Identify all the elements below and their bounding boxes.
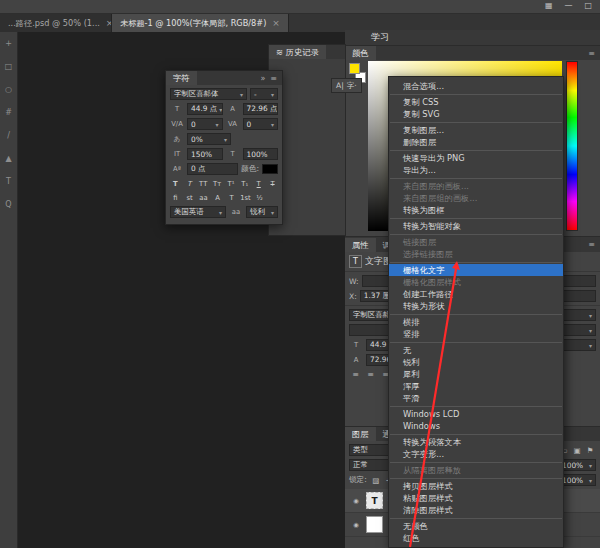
menu-item-20[interactable]: 栅格化文字: [389, 264, 563, 276]
zoom-tool-icon[interactable]: Q: [5, 201, 11, 209]
leading-input[interactable]: 72.96 点: [243, 103, 279, 115]
kerning-input[interactable]: 0: [187, 118, 223, 130]
oldstyle-button[interactable]: T: [226, 192, 237, 203]
move-tool-icon[interactable]: +: [5, 40, 12, 48]
strikethrough-button[interactable]: T: [267, 178, 278, 189]
crop-tool-icon[interactable]: #: [5, 109, 12, 117]
menu-item-43[interactable]: 粘贴图层样式: [389, 492, 563, 504]
stylistic-alt-button[interactable]: aa: [198, 192, 209, 203]
ligatures-button[interactable]: fi: [170, 192, 181, 203]
tracking-input[interactable]: 0: [243, 118, 279, 130]
ordinals-button[interactable]: 1st: [240, 192, 251, 203]
document-tab-inactive[interactable]: ...路径.psd @ 50% (1... ×: [0, 14, 112, 32]
eyedropper-tool-icon[interactable]: /: [7, 132, 10, 140]
menu-item-32[interactable]: 平滑: [389, 392, 563, 404]
menu-item-38[interactable]: 文字变形...: [389, 448, 563, 460]
foreground-color-swatch[interactable]: [349, 63, 360, 74]
kerning-icon: V/A: [170, 120, 184, 128]
menu-item-9[interactable]: 导出为...: [389, 164, 563, 176]
menu-item-22[interactable]: 创建工作路径: [389, 288, 563, 300]
history-tab-label: 历史记录: [286, 47, 319, 57]
vertical-scale-input[interactable]: 150%: [187, 148, 223, 160]
tab-properties[interactable]: 属性: [345, 238, 376, 252]
all-caps-button[interactable]: TT: [198, 178, 209, 189]
subscript-button[interactable]: T₁: [239, 178, 250, 189]
menu-item-35[interactable]: Windows: [389, 420, 563, 432]
opacity-value: 100%: [562, 461, 583, 470]
menu-item-34[interactable]: Windows LCD: [389, 408, 563, 420]
align-left-icon[interactable]: ≡: [349, 370, 362, 379]
menu-item-3[interactable]: 复制 SVG: [389, 108, 563, 120]
antialias-select[interactable]: 锐利: [246, 206, 278, 218]
grid-icon[interactable]: ▦: [545, 1, 553, 10]
character-row-font: 字制区喜郝体 -: [170, 88, 278, 100]
menu-item-5[interactable]: 复制图层...: [389, 124, 563, 136]
tab-layers[interactable]: 图层: [345, 427, 376, 441]
collapsed-character-panel-button[interactable]: A| 字·: [331, 78, 362, 93]
marquee-tool-icon[interactable]: □: [5, 63, 13, 71]
character-row-scale: IT 150% T 100%: [170, 148, 278, 160]
menu-item-0[interactable]: 混合选项...: [389, 80, 563, 92]
menu-item-46[interactable]: 无颜色: [389, 520, 563, 532]
font-size-icon: T: [170, 105, 184, 113]
menu-item-26[interactable]: 竖排: [389, 328, 563, 340]
filter-flag-icon[interactable]: ⚑: [584, 446, 596, 455]
faux-bold-button[interactable]: T: [170, 178, 181, 189]
collapse-panel-icon[interactable]: »: [260, 74, 265, 83]
maximize-icon[interactable]: □: [584, 1, 592, 10]
superscript-button[interactable]: T¹: [226, 178, 237, 189]
swash-button[interactable]: st: [184, 192, 195, 203]
minimize-icon[interactable]: —: [564, 1, 572, 10]
horizontal-scale-input[interactable]: 100%: [243, 148, 279, 160]
document-tab-active-label: 未标题-1 @ 100%(字体局部, RGB/8#): [120, 18, 266, 29]
visibility-eye-icon[interactable]: ◉: [351, 521, 361, 529]
tab-history[interactable]: ≋ 历史记录: [269, 45, 326, 59]
tracking-icon: VA: [226, 120, 240, 128]
menu-item-42[interactable]: 拷贝图层样式: [389, 480, 563, 492]
menu-item-44[interactable]: 清除图层样式: [389, 504, 563, 516]
font-family-select[interactable]: 字制区喜郝体: [170, 88, 247, 100]
menu-item-23[interactable]: 转换为形状: [389, 300, 563, 312]
font-size-input[interactable]: 44.9 点: [187, 103, 223, 115]
menu-item-30[interactable]: 犀利: [389, 368, 563, 380]
menu-item-28[interactable]: 无: [389, 344, 563, 356]
type-tool-icon[interactable]: T: [6, 178, 11, 186]
titling-alt-button[interactable]: A: [212, 192, 223, 203]
small-caps-button[interactable]: Tᴛ: [212, 178, 223, 189]
align-center-icon[interactable]: ≡: [364, 370, 377, 379]
lock-transparency-icon[interactable]: ▨: [370, 476, 382, 485]
language-select[interactable]: 美国英语: [170, 206, 226, 218]
tab-character[interactable]: 字符: [166, 71, 197, 85]
visibility-eye-icon[interactable]: ◉: [351, 497, 361, 505]
menu-item-37[interactable]: 转换为段落文本: [389, 436, 563, 448]
filter-smartobject-icon[interactable]: ▣: [571, 446, 583, 455]
menu-item-6[interactable]: 删除图层: [389, 136, 563, 148]
menu-item-13[interactable]: 转换为图框: [389, 204, 563, 216]
tab-color[interactable]: 颜色: [345, 46, 376, 60]
hue-slider[interactable]: [566, 61, 578, 231]
menu-item-31[interactable]: 浑厚: [389, 380, 563, 392]
character-row-opentype: fistaaAT1st½: [170, 192, 278, 203]
panel-menu-icon[interactable]: ≡: [270, 74, 277, 83]
document-tab-active[interactable]: 未标题-1 @ 100%(字体局部, RGB/8#) ×: [112, 14, 289, 32]
menu-item-47[interactable]: 红色: [389, 532, 563, 544]
panel-menu-icon[interactable]: ≡: [588, 49, 595, 58]
font-style-select[interactable]: -: [250, 88, 278, 100]
menu-item-8[interactable]: 快速导出为 PNG: [389, 152, 563, 164]
learn-panel-header[interactable]: 学习: [345, 30, 600, 46]
panel-menu-icon[interactable]: ≡: [588, 240, 595, 249]
menu-item-25[interactable]: 横排: [389, 316, 563, 328]
close-tab-icon[interactable]: ×: [272, 18, 280, 28]
baseline-shift-input[interactable]: 0 点: [187, 163, 238, 175]
brush-tool-icon[interactable]: ▲: [5, 155, 11, 163]
underline-button[interactable]: T: [253, 178, 264, 189]
menu-item-2[interactable]: 复制 CSS: [389, 96, 563, 108]
faux-italic-button[interactable]: T: [184, 178, 195, 189]
menu-item-11: 来自图层的画板...: [389, 180, 563, 192]
proportional-input[interactable]: 0%: [187, 133, 231, 145]
text-color-swatch[interactable]: [262, 164, 278, 174]
menu-item-29[interactable]: 锐利: [389, 356, 563, 368]
fractions-button[interactable]: ½: [254, 192, 265, 203]
menu-item-15[interactable]: 转换为智能对象: [389, 220, 563, 232]
lasso-tool-icon[interactable]: ○: [5, 86, 12, 94]
